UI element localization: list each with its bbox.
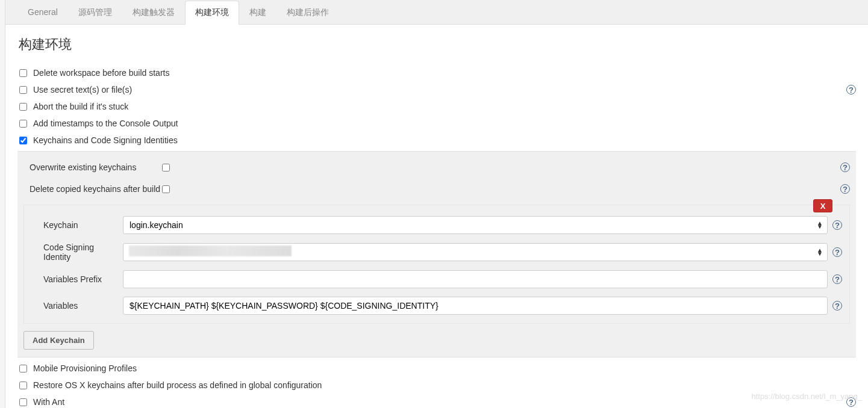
row-code-signing: Code Signing Identity ▲▼ ? [33,243,841,262]
row-var-prefix: Variables Prefix ? [33,270,841,288]
tab-post-build[interactable]: 构建后操作 [276,1,339,25]
label-secret-text: Use secret text(s) or file(s) [33,85,846,94]
option-delete-workspace[interactable]: Delete workspace before build starts [14,64,856,81]
help-icon[interactable]: ? [832,220,842,230]
keychain-select[interactable] [123,216,828,234]
label-add-timestamps: Add timestamps to the Console Output [33,119,856,128]
row-variables: Variables ? [33,297,841,315]
checkbox-abort-stuck[interactable] [19,103,27,111]
add-keychain-button[interactable]: Add Keychain [23,331,94,350]
checkbox-delete-workspace[interactable] [19,69,27,77]
tab-build[interactable]: 构建 [239,1,276,25]
checkbox-keychains[interactable] [19,137,27,144]
label-with-ant: With Ant [33,397,846,407]
label-mobile-provisioning: Mobile Provisioning Profiles [33,363,856,373]
row-keychain-select: Keychain ▲▼ ? [33,216,841,234]
label-variables: Variables [33,301,123,311]
label-code-signing: Code Signing Identity [33,243,123,262]
row-delete-copied: Delete copied keychains after build ? [23,178,850,200]
checkbox-restore-osx[interactable] [19,382,27,389]
var-prefix-input[interactable] [123,270,828,288]
tabs-bar: General 源码管理 构建触发器 构建环境 构建 构建后操作 [5,0,868,25]
remove-keychain-button[interactable]: X [813,199,832,212]
tab-scm[interactable]: 源码管理 [68,1,122,25]
help-icon[interactable]: ? [832,247,842,257]
checkbox-mobile-provisioning[interactable] [19,365,27,372]
label-delete-workspace: Delete workspace before build starts [33,68,856,78]
option-mobile-provisioning[interactable]: Mobile Provisioning Profiles [14,360,856,377]
checkbox-add-timestamps[interactable] [19,120,27,128]
checkbox-secret-text[interactable] [19,86,27,94]
option-keychains[interactable]: Keychains and Code Signing Identities [14,132,856,149]
help-icon[interactable]: ? [840,184,850,194]
row-overwrite-keychains: Overwrite existing keychains ? [23,156,850,178]
option-restore-osx[interactable]: Restore OS X keychains after build proce… [14,377,856,394]
label-overwrite: Overwrite existing keychains [23,162,162,172]
checkbox-with-ant[interactable] [19,398,27,406]
option-secret-text[interactable]: Use secret text(s) or file(s) ? [14,81,856,98]
help-icon[interactable]: ? [832,274,842,284]
keychain-settings-panel: Overwrite existing keychains ? Delete co… [17,151,856,357]
redacted-content [129,246,292,256]
option-add-timestamps[interactable]: Add timestamps to the Console Output [14,115,856,132]
tab-general[interactable]: General [17,1,68,25]
label-abort-stuck: Abort the build if it's stuck [33,102,856,111]
keychain-entry-block: X Keychain ▲▼ ? Code Signing Identity [23,205,850,324]
help-icon[interactable]: ? [840,162,850,172]
label-var-prefix: Variables Prefix [33,274,123,284]
help-icon[interactable]: ? [846,397,856,407]
help-icon[interactable]: ? [832,301,842,311]
section-title: 构建环境 [17,36,856,54]
label-keychains: Keychains and Code Signing Identities [33,135,856,145]
label-keychain: Keychain [33,220,123,230]
option-abort-stuck[interactable]: Abort the build if it's stuck [14,98,856,115]
checkbox-overwrite[interactable] [162,164,170,172]
variables-input[interactable] [123,297,828,315]
checkbox-delete-copied[interactable] [162,185,170,193]
label-restore-osx: Restore OS X keychains after build proce… [33,380,856,390]
help-icon[interactable]: ? [846,85,856,94]
tab-triggers[interactable]: 构建触发器 [122,1,185,25]
option-with-ant[interactable]: With Ant ? [14,394,856,408]
label-delete-copied: Delete copied keychains after build [23,184,162,194]
tab-build-env[interactable]: 构建环境 [185,1,239,25]
